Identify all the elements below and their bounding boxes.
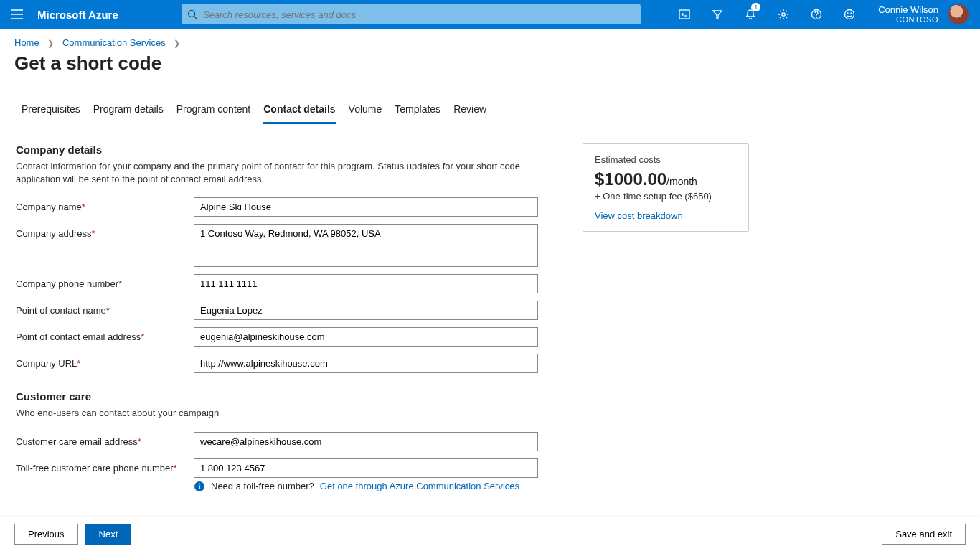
- next-button[interactable]: Next: [85, 524, 132, 545]
- brand-label[interactable]: Microsoft Azure: [34, 9, 118, 21]
- search-input[interactable]: [203, 4, 641, 24]
- tab-review[interactable]: Review: [453, 99, 486, 124]
- svg-line-4: [194, 17, 197, 19]
- search-box[interactable]: [182, 4, 641, 24]
- menu-icon[interactable]: [0, 0, 34, 29]
- svg-point-9: [816, 17, 817, 18]
- tab-program-content[interactable]: Program content: [176, 99, 251, 124]
- care-toll-input[interactable]: [194, 458, 538, 478]
- company-name-label: Company name*: [16, 197, 194, 212]
- settings-icon[interactable]: [769, 0, 798, 29]
- page-title: Get a short code: [0, 51, 980, 88]
- svg-point-3: [189, 11, 195, 17]
- tab-templates[interactable]: Templates: [395, 99, 440, 124]
- tenant-name: CONTOSO: [878, 15, 938, 24]
- header-actions: 1 Connie Wilson CONTOSO: [670, 0, 980, 29]
- poc-email-input[interactable]: [194, 327, 538, 347]
- save-exit-button[interactable]: Save and exit: [882, 524, 966, 545]
- tollfree-link[interactable]: Get one through Azure Communication Serv…: [320, 481, 519, 491]
- cost-per: /month: [666, 176, 697, 187]
- avatar[interactable]: [948, 4, 969, 24]
- care-toll-label: Toll-free customer care phone number*: [16, 458, 194, 474]
- directory-filter-icon[interactable]: [703, 0, 732, 29]
- notifications-icon[interactable]: 1: [736, 0, 765, 29]
- breadcrumb: Home ❯ Communication Services ❯: [0, 29, 980, 51]
- company-url-label: Company URL*: [16, 354, 194, 369]
- form-area: Company details Contact information for …: [16, 143, 561, 547]
- poc-name-input[interactable]: [194, 301, 538, 320]
- care-email-input[interactable]: [194, 432, 538, 451]
- company-name-input[interactable]: [194, 197, 538, 217]
- cost-label: Estimated costs: [595, 154, 737, 165]
- svg-rect-14: [199, 485, 200, 489]
- tab-prerequisites[interactable]: Prerequisites: [22, 99, 80, 124]
- tab-program-details[interactable]: Program details: [93, 99, 164, 124]
- company-section-desc: Contact information for your company and…: [16, 160, 532, 186]
- poc-email-label: Point of contact email address*: [16, 327, 194, 342]
- footer-bar: Previous Next Save and exit: [0, 517, 980, 551]
- search-icon: [187, 9, 197, 19]
- svg-point-15: [199, 483, 200, 484]
- side-panel: Estimated costs $1000.00/month + One-tim…: [583, 143, 749, 547]
- breadcrumb-service[interactable]: Communication Services: [62, 37, 166, 48]
- feedback-icon[interactable]: [835, 0, 864, 29]
- cost-amount: $1000.00: [595, 169, 666, 189]
- care-section-desc: Who end-users can contact about your cam…: [16, 407, 532, 420]
- user-name: Connie Wilson: [878, 5, 938, 15]
- care-section-title: Customer care: [16, 390, 561, 402]
- svg-point-12: [851, 13, 852, 14]
- tabs: PrerequisitesProgram detailsProgram cont…: [0, 99, 980, 125]
- top-bar: Microsoft Azure 1 Connie Wilson CONTOSO: [0, 0, 980, 29]
- breadcrumb-home[interactable]: Home: [14, 37, 39, 48]
- chevron-right-icon: ❯: [47, 39, 54, 48]
- cost-breakdown-link[interactable]: View cost breakdown: [595, 210, 683, 221]
- company-section-title: Company details: [16, 143, 561, 156]
- cost-card: Estimated costs $1000.00/month + One-tim…: [583, 143, 749, 232]
- tab-volume[interactable]: Volume: [349, 99, 382, 124]
- help-icon[interactable]: [802, 0, 831, 29]
- company-url-input[interactable]: [194, 354, 538, 373]
- company-phone-input[interactable]: [194, 274, 538, 293]
- info-icon: [194, 481, 205, 492]
- previous-button[interactable]: Previous: [14, 524, 78, 545]
- svg-point-10: [845, 10, 854, 19]
- content-area: Company details Contact information for …: [0, 125, 980, 547]
- chevron-right-icon: ❯: [174, 39, 180, 48]
- company-phone-label: Company phone number*: [16, 274, 194, 289]
- svg-point-11: [847, 13, 848, 14]
- company-address-input[interactable]: [194, 224, 538, 267]
- user-block[interactable]: Connie Wilson CONTOSO: [878, 5, 938, 24]
- company-address-label: Company address*: [16, 224, 194, 239]
- cloud-shell-icon[interactable]: [670, 0, 699, 29]
- care-email-label: Customer care email address*: [16, 432, 194, 447]
- tab-contact-details[interactable]: Contact details: [263, 99, 335, 124]
- poc-name-label: Point of contact name*: [16, 301, 194, 316]
- cost-setup: + One-time setup fee ($650): [595, 191, 737, 202]
- svg-point-7: [782, 13, 785, 16]
- notification-badge: 1: [751, 3, 760, 11]
- tollfree-helper: Need a toll-free number? Get one through…: [194, 481, 561, 492]
